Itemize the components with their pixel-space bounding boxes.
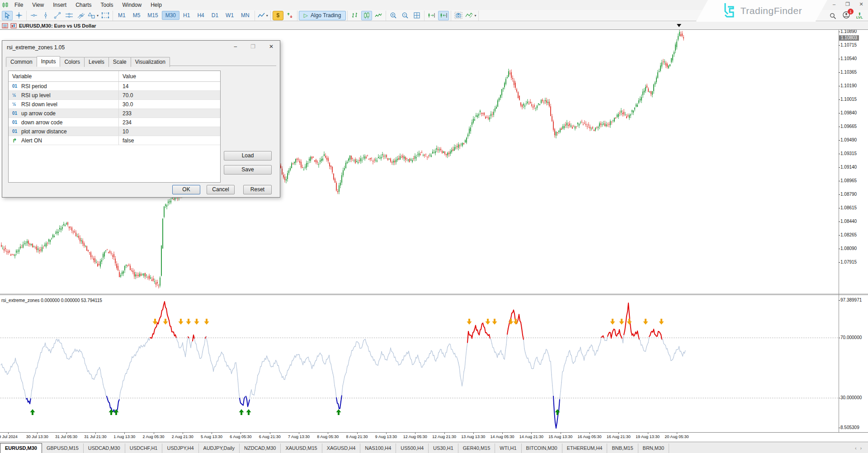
menu-item-window[interactable]: Window	[118, 1, 146, 9]
input-value[interactable]: 14	[119, 82, 220, 90]
symbol-tab-ethereum-h4[interactable]: ETHEREUM,H4	[562, 444, 608, 453]
reset-button[interactable]: Reset	[243, 185, 272, 194]
menu-item-tools[interactable]: Tools	[96, 1, 118, 9]
bar-chart-style-button[interactable]	[349, 11, 360, 20]
timeframe-button-m15[interactable]: M15	[144, 11, 161, 20]
dialog-restore-button[interactable]: ❐	[250, 43, 255, 50]
window-minimize-button[interactable]: –	[831, 1, 837, 7]
chart-shift-button[interactable]	[426, 11, 437, 20]
symbol-tab-xauusd-m15[interactable]: XAUUSD,M15	[281, 444, 322, 453]
time-axis[interactable]: 9 Jul 202430 Jul 13:3031 Jul 05:3031 Jul…	[0, 432, 868, 441]
line-chart-style-button[interactable]	[373, 11, 384, 20]
input-value[interactable]: 10	[119, 127, 220, 136]
timeframe-button-mn[interactable]: MN	[237, 11, 253, 20]
sell-signal-arrow-icon	[179, 319, 184, 325]
symbol-tab-eurusd-m30[interactable]: EURUSD,M30	[0, 443, 42, 453]
timeframe-button-m5[interactable]: M5	[129, 11, 144, 20]
input-value[interactable]: 234	[119, 118, 220, 127]
time-axis-label: 31 Jul 05:30	[55, 434, 77, 439]
symbol-tab-audjpy-daily[interactable]: AUDJPY,Daily	[199, 444, 240, 453]
symbol-tab-xagusd-h4[interactable]: XAGUSD,H4	[322, 444, 361, 453]
dialog-tab-scale[interactable]: Scale	[108, 57, 131, 67]
timeframe-button-h4[interactable]: H4	[193, 11, 208, 20]
symbol-tab-usdjpy-h4[interactable]: USDJPY,H4	[162, 444, 198, 453]
symbol-tab-usdcad-m30[interactable]: USDCAD,M30	[84, 444, 125, 453]
auto-scroll-button[interactable]	[438, 11, 449, 20]
rsi-indicator-chart[interactable]	[0, 296, 839, 432]
tile-windows-button[interactable]	[411, 11, 422, 20]
input-value[interactable]: false	[119, 136, 220, 145]
symbol-tab-gbpusd-m15[interactable]: GBPUSD,M15	[42, 444, 84, 453]
window-restore-button[interactable]: ❐	[844, 1, 851, 7]
input-row-rsi-period[interactable]: 01RSI period14	[9, 82, 220, 91]
symbol-tab-ger40-m15[interactable]: GER40,M15	[458, 444, 495, 453]
channels-tool-button[interactable]	[75, 11, 86, 20]
ok-button[interactable]: OK	[172, 185, 200, 194]
sell-signal-arrow-icon	[163, 319, 168, 325]
shapes-tool-button[interactable]: ▾	[87, 11, 99, 20]
symbol-tab-brn-m30[interactable]: BRN,M30	[638, 444, 670, 453]
menu-item-charts[interactable]: Charts	[71, 1, 96, 9]
dialog-tab-visualization[interactable]: Visualization	[131, 57, 170, 67]
dialog-minimize-button[interactable]: –	[234, 43, 237, 50]
cancel-button[interactable]: Cancel	[207, 185, 235, 194]
horizontal-line-tool-button[interactable]	[28, 11, 39, 20]
equidistant-channel-tool-button[interactable]	[64, 11, 75, 20]
algo-trading-button[interactable]: ▷ Algo Trading	[299, 11, 346, 20]
input-row-alert-on[interactable]: ↱Alert ONfalse	[9, 136, 220, 145]
new-order-button[interactable]: $	[273, 11, 283, 20]
timeframe-button-m30[interactable]: M30	[162, 11, 179, 20]
dialog-tab-inputs[interactable]: Inputs	[37, 56, 61, 67]
deposit-withdraw-button[interactable]	[284, 11, 295, 20]
price-scale-label: 1.10540	[840, 56, 857, 61]
menu-item-help[interactable]: Help	[146, 1, 166, 9]
indicators-button[interactable]: ▾	[465, 11, 476, 20]
input-row-rsi-down-level[interactable]: ½RSI down level30.0	[9, 100, 220, 109]
input-row-plot-arrow-distance[interactable]: 01plot arrow distance10	[9, 127, 220, 136]
window-close-button[interactable]: ✕	[858, 1, 864, 7]
symbol-tab-nzdcad-m30[interactable]: NZDCAD,M30	[240, 444, 281, 453]
dialog-tab-levels[interactable]: Levels	[84, 57, 109, 67]
symbol-tab-nas100-h4[interactable]: NAS100,H4	[360, 444, 396, 453]
input-value[interactable]: 70.0	[119, 91, 220, 99]
timeframe-button-d1[interactable]: D1	[208, 11, 222, 20]
save-button[interactable]: Save	[224, 165, 272, 175]
cursor-tool-button[interactable]	[2, 11, 13, 20]
dialog-tab-common[interactable]: Common	[6, 57, 37, 67]
crosshair-tool-button[interactable]	[14, 11, 24, 20]
selection-rectangle-tool-button[interactable]	[100, 11, 111, 20]
search-icon[interactable]	[830, 13, 836, 19]
tab-scroll-arrows[interactable]: ‹›	[855, 446, 865, 451]
timeframe-button-h1[interactable]: H1	[179, 11, 193, 20]
symbol-tab-bnb-m15[interactable]: BNB,M15	[607, 444, 638, 453]
pane-splitter[interactable]	[0, 294, 868, 295]
screenshot-button[interactable]	[453, 11, 464, 20]
zoom-in-button[interactable]	[388, 11, 399, 20]
input-value[interactable]: 233	[119, 109, 220, 118]
menu-item-view[interactable]: View	[28, 1, 48, 9]
dialog-close-button[interactable]: ✕	[269, 43, 274, 50]
input-row-rsi-up-level[interactable]: ½RSI up level70.0	[9, 91, 220, 100]
dialog-tab-colors[interactable]: Colors	[60, 57, 85, 67]
time-axis-label: 20 Aug 05:30	[665, 434, 689, 439]
input-row-up-arrow-code[interactable]: 01up arrow code233	[9, 109, 220, 118]
symbol-tab-wti-h1[interactable]: WTI,H1	[495, 444, 521, 453]
zoom-out-button[interactable]	[400, 11, 410, 20]
menu-item-file[interactable]: File	[10, 1, 28, 9]
input-row-down-arrow-code[interactable]: 01down arrow code234	[9, 118, 220, 127]
symbol-tab-usdchf-h1[interactable]: USDCHF,H1	[125, 444, 163, 453]
chart-type-button[interactable]: ▾	[257, 11, 269, 20]
notifications-icon[interactable]: 1	[842, 11, 850, 21]
input-value[interactable]: 30.0	[119, 100, 220, 109]
symbol-tab-bitcoin-m30[interactable]: BITCOIN,M30	[522, 444, 562, 453]
timeframe-button-m1[interactable]: M1	[114, 11, 129, 20]
symbol-tab-us500-h4[interactable]: US500,H4	[396, 444, 429, 453]
candlestick-style-button[interactable]	[361, 11, 372, 20]
time-axis-tick	[415, 433, 415, 434]
symbol-tab-us30-h1[interactable]: US30,H1	[429, 444, 458, 453]
vertical-line-tool-button[interactable]	[40, 11, 51, 20]
timeframe-button-w1[interactable]: W1	[222, 11, 237, 20]
load-button[interactable]: Load	[224, 151, 272, 160]
menu-item-insert[interactable]: Insert	[48, 1, 71, 9]
trendline-tool-button[interactable]	[52, 11, 63, 20]
